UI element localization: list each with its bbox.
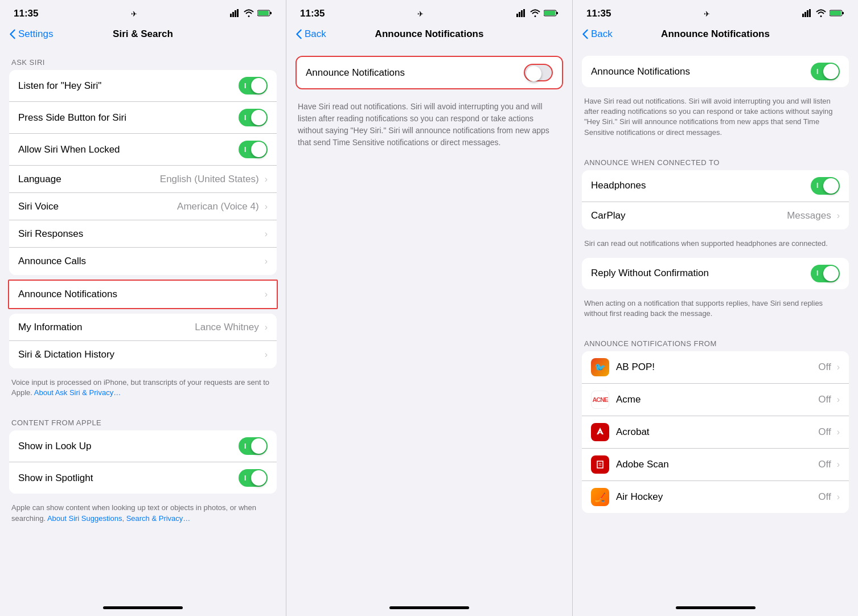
connected-group: Headphones CarPlay Messages ›	[582, 170, 849, 229]
back-button-2[interactable]: Back	[295, 28, 326, 40]
toggle-reply[interactable]	[811, 265, 840, 282]
row-label: Announce Calls	[18, 256, 262, 267]
row-value: Lance Whitney	[195, 322, 258, 333]
location-icon-2: ✈	[417, 10, 424, 18]
row-app-air-hockey[interactable]: 🏒 Air Hockey Off ›	[582, 481, 849, 513]
section-connected-to: ANNOUNCE WHEN CONNECTED TO	[573, 147, 858, 170]
section-apps: ANNOUNCE NOTIFICATIONS FROM	[573, 328, 858, 351]
row-siri-voice[interactable]: Siri Voice American (Voice 4) ›	[9, 193, 277, 220]
row-side-button[interactable]: Press Side Button for Siri	[9, 102, 277, 134]
row-allow-locked[interactable]: Allow Siri When Locked	[9, 134, 277, 166]
section-content-apple: CONTENT FROM APPLE	[0, 407, 286, 430]
headphones-footer: Siri can read out notifications when sup…	[573, 234, 858, 258]
svg-rect-20	[830, 11, 841, 15]
section-ask-siri: ASK SIRI	[0, 47, 286, 70]
link-ask-siri-privacy[interactable]: About Ask Siri & Privacy…	[34, 388, 121, 397]
toggle-announce-on[interactable]	[811, 63, 840, 80]
app-icon-air-hockey: 🏒	[591, 488, 609, 506]
battery-icon-3	[830, 9, 844, 19]
svg-rect-16	[807, 10, 808, 17]
row-announce-calls[interactable]: Announce Calls ›	[9, 248, 277, 275]
app-icon-acme: ACNE	[591, 391, 609, 409]
row-hey-siri[interactable]: Listen for "Hey Siri"	[9, 70, 277, 102]
battery-icon-1	[257, 9, 272, 19]
row-value: American (Voice 4)	[177, 201, 259, 212]
row-label: Reply Without Confirmation	[591, 268, 811, 279]
row-language[interactable]: Language English (United States) ›	[9, 166, 277, 193]
apps-group: 🐦 AB POP! Off › ACNE Acme Off › Acr	[582, 351, 849, 513]
toggle-announce-off[interactable]	[524, 64, 553, 81]
svg-rect-9	[521, 10, 523, 17]
announce-toggle-section-highlighted: Announce Notifications	[295, 56, 563, 89]
chevron-icon: ›	[837, 492, 840, 502]
row-app-acme[interactable]: ACNE Acme Off ›	[582, 384, 849, 416]
svg-rect-19	[842, 12, 844, 14]
nav-bar-2: Back Announce Notifications	[286, 24, 572, 47]
toggle-side-button[interactable]	[239, 109, 268, 126]
wifi-icon-2	[530, 9, 540, 19]
content-1: ASK SIRI Listen for "Hey Siri" Press Sid…	[0, 47, 286, 602]
row-value: Off	[818, 491, 831, 503]
app-icon-acrobat	[591, 423, 609, 441]
page-title-3: Announce Notifications	[661, 28, 770, 40]
svg-rect-2	[235, 10, 236, 17]
row-label: Allow Siri When Locked	[18, 144, 239, 155]
row-headphones[interactable]: Headphones	[582, 170, 849, 202]
announce-notifications-row-highlighted[interactable]: Announce Notifications ›	[8, 280, 278, 309]
wifi-icon-3	[816, 9, 826, 19]
row-carplay[interactable]: CarPlay Messages ›	[582, 202, 849, 229]
chevron-icon: ›	[837, 395, 840, 405]
row-announce-notifications[interactable]: Announce Notifications ›	[9, 281, 277, 308]
chevron-icon: ›	[265, 229, 268, 239]
chevron-icon: ›	[265, 256, 268, 266]
toggle-look-up[interactable]	[239, 437, 268, 455]
svg-rect-8	[519, 12, 520, 17]
status-time-3: 11:35	[586, 8, 611, 19]
status-time-1: 11:35	[14, 8, 38, 19]
nav-bar-1: Settings Siri & Search	[0, 24, 286, 47]
row-app-acrobat[interactable]: Acrobat Off ›	[582, 416, 849, 449]
toggle-allow-locked[interactable]	[239, 141, 268, 158]
svg-rect-0	[230, 14, 232, 17]
svg-rect-5	[270, 12, 272, 14]
svg-rect-12	[556, 12, 558, 14]
row-announce-on[interactable]: Announce Notifications	[582, 56, 849, 87]
announce-description-2: Have Siri read out notifications. Siri w…	[295, 96, 563, 151]
row-show-spotlight[interactable]: Show in Spotlight	[9, 462, 277, 494]
back-label-1: Settings	[18, 28, 53, 40]
row-label: CarPlay	[591, 210, 787, 221]
svg-rect-15	[804, 12, 806, 17]
row-label: Acme	[616, 394, 818, 405]
row-app-adobe-scan[interactable]: Adobe Scan Off ›	[582, 449, 849, 481]
location-icon-3: ✈	[704, 10, 710, 18]
row-announce-toggle[interactable]: Announce Notifications	[297, 57, 562, 88]
row-siri-dictation[interactable]: Siri & Dictation History ›	[9, 341, 277, 368]
row-label: Siri & Dictation History	[18, 349, 262, 360]
row-siri-responses[interactable]: Siri Responses ›	[9, 220, 277, 248]
back-button-3[interactable]: Back	[582, 28, 613, 40]
status-icons-3	[802, 9, 844, 19]
signal-icon-2	[516, 9, 527, 19]
svg-rect-1	[232, 12, 234, 17]
app-icon-adobe-scan	[591, 455, 609, 474]
page-title-1: Siri & Search	[113, 28, 173, 40]
row-app-abpop[interactable]: 🐦 AB POP! Off ›	[582, 351, 849, 384]
toggle-hey-siri[interactable]	[239, 77, 268, 95]
chevron-icon: ›	[265, 202, 268, 212]
status-icons-2	[516, 9, 559, 19]
row-value: Off	[818, 459, 831, 470]
row-value: Off	[818, 394, 831, 405]
link-siri-suggestions[interactable]: About Siri Suggestions	[47, 514, 122, 523]
row-label: Announce Notifications	[591, 66, 811, 77]
toggle-headphones[interactable]	[811, 177, 840, 195]
row-my-information[interactable]: My Information Lance Whitney ›	[9, 314, 277, 341]
row-reply-without[interactable]: Reply Without Confirmation	[582, 258, 849, 289]
link-search-privacy[interactable]: Search & Privacy…	[126, 514, 191, 523]
row-label: Siri Voice	[18, 201, 177, 212]
toggle-spotlight[interactable]	[239, 469, 268, 487]
back-button-1[interactable]: Settings	[9, 28, 53, 40]
ask-siri-group: Listen for "Hey Siri" Press Side Button …	[9, 70, 277, 275]
row-label: Headphones	[591, 180, 811, 191]
row-show-look-up[interactable]: Show in Look Up	[9, 430, 277, 462]
row-value: Off	[818, 426, 831, 438]
